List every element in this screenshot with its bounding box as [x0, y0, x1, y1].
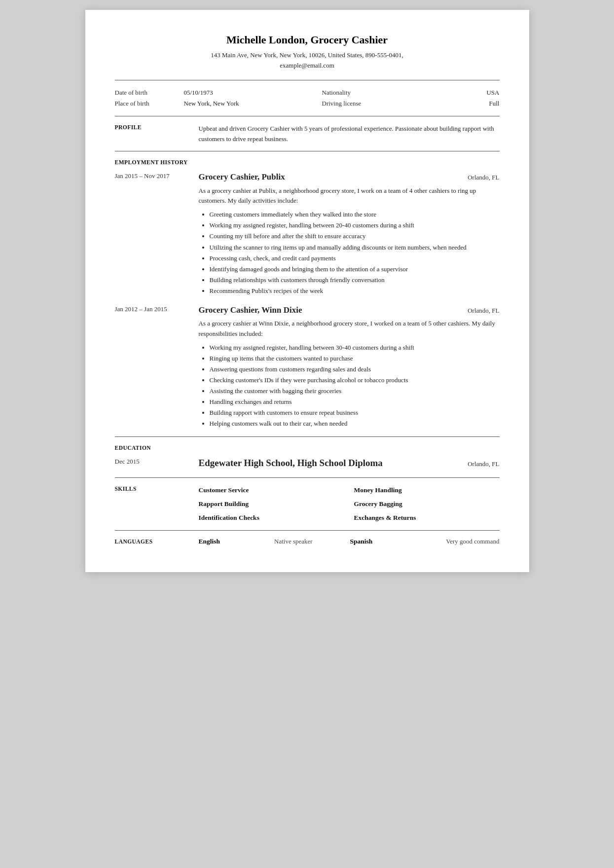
- bullet-item: Utilizing the scanner to ring items up a…: [210, 242, 500, 253]
- job-2-bullets: Working my assigned register, handling b…: [210, 342, 500, 430]
- driving-value: Full: [489, 100, 500, 108]
- bullet-item: Greeting customers immediately when they…: [210, 209, 500, 220]
- profile-text: Upbeat and driven Grocery Cashier with 5…: [199, 123, 500, 145]
- bullet-item: Ringing up items that the customers want…: [210, 353, 500, 364]
- job-1: Jan 2015 – Nov 2017 Grocery Cashier, Pub…: [115, 170, 500, 296]
- job-2-header: Grocery Cashier, Winn Dixie Orlando, FL: [199, 303, 500, 317]
- education-label: EDUCATION: [115, 444, 199, 451]
- bullet-item: Helping customers walk out to their car,…: [210, 418, 500, 429]
- skill-item: Rapport Building: [199, 499, 344, 509]
- skill-item: Identification Checks: [199, 512, 344, 523]
- education-divider: [115, 477, 500, 478]
- job-1-header: Grocery Cashier, Publix Orlando, FL: [199, 170, 500, 183]
- skill-item: Exchanges & Returns: [354, 512, 500, 523]
- lang-1-level: Native speaker: [274, 538, 348, 545]
- profile-divider: [115, 151, 500, 151]
- job-1-content: Grocery Cashier, Publix Orlando, FL As a…: [199, 170, 500, 296]
- job-1-title: Grocery Cashier, Publix: [199, 170, 285, 183]
- nationality-row: Nationality USA: [307, 87, 500, 98]
- skills-grid: Customer Service Money Handling Rapport …: [199, 485, 500, 523]
- nationality-value: USA: [486, 89, 499, 97]
- dob-label: Date of birth: [115, 89, 164, 97]
- resume-page: Michelle London, Grocery Cashier 143 Mai…: [85, 10, 529, 572]
- bullet-item: Answering questions from customers regar…: [210, 364, 500, 375]
- bullet-item: Handling exchanges and returns: [210, 397, 500, 407]
- dob-row: Date of birth 05/10/1973: [115, 87, 307, 98]
- education-header-row: EDUCATION: [115, 444, 500, 451]
- lang-1-name: English: [199, 538, 273, 545]
- lang-2-name: Spanish: [350, 538, 424, 545]
- education-title-row: Edgewater High School, High School Diplo…: [199, 456, 500, 470]
- education-title: Edgewater High School, High School Diplo…: [199, 456, 383, 470]
- languages-grid: English Native speaker Spanish Very good…: [199, 538, 500, 545]
- job-2: Jan 2012 – Jan 2015 Grocery Cashier, Win…: [115, 303, 500, 430]
- lang-2-level: Very good command: [426, 538, 500, 545]
- job-2-location: Orlando, FL: [468, 306, 499, 316]
- employment-label: EMPLOYMENT HISTORY: [115, 158, 199, 165]
- personal-info: Date of birth 05/10/1973 Nationality USA…: [115, 87, 500, 109]
- bullet-item: Checking customer's IDs if they were pur…: [210, 375, 500, 386]
- education-location: Orlando, FL: [468, 459, 499, 470]
- bullet-item: Assisting the customer with bagging thei…: [210, 386, 500, 397]
- languages-label: LANGUAGES: [115, 538, 199, 545]
- education-date: Dec 2015: [115, 456, 199, 470]
- employment-header-row: EMPLOYMENT HISTORY: [115, 158, 500, 165]
- resume-header: Michelle London, Grocery Cashier 143 Mai…: [115, 34, 500, 71]
- education-section: EDUCATION Dec 2015 Edgewater High School…: [115, 444, 500, 470]
- job-1-bullets: Greeting customers immediately when they…: [210, 209, 500, 296]
- dob-value: 05/10/1973: [184, 89, 213, 97]
- pob-label: Place of birth: [115, 100, 164, 108]
- bullet-item: Working my assigned register, handling b…: [210, 220, 500, 231]
- employment-section: EMPLOYMENT HISTORY Jan 2015 – Nov 2017 G…: [115, 158, 500, 429]
- bullet-item: Recommending Publix's recipes of the wee…: [210, 286, 500, 296]
- bullet-item: Working my assigned register, handling b…: [210, 342, 500, 353]
- bullet-item: Identifying damaged goods and bringing t…: [210, 264, 500, 275]
- education-entry: Dec 2015 Edgewater High School, High Sch…: [115, 456, 500, 470]
- profile-label: PROFILE: [115, 123, 199, 145]
- job-2-content: Grocery Cashier, Winn Dixie Orlando, FL …: [199, 303, 500, 430]
- education-content: Edgewater High School, High School Diplo…: [199, 456, 500, 470]
- skills-section: SKILLS Customer Service Money Handling R…: [115, 485, 500, 523]
- skill-item: Customer Service: [199, 485, 344, 496]
- pob-row: Place of birth New York, New York: [115, 98, 307, 109]
- bullet-item: Processing cash, check, and credit card …: [210, 253, 500, 264]
- bullet-item: Counting my till before and after the sh…: [210, 231, 500, 242]
- bullet-item: Building relationships with customers th…: [210, 275, 500, 286]
- employment-divider: [115, 436, 500, 437]
- job-2-description: As a grocery cashier at Winn Dixie, a ne…: [199, 319, 500, 339]
- driving-label: Driving license: [322, 100, 361, 108]
- personal-divider: [115, 116, 500, 116]
- job-1-location: Orlando, FL: [468, 173, 499, 183]
- applicant-name: Michelle London, Grocery Cashier: [115, 34, 500, 46]
- job-2-title: Grocery Cashier, Winn Dixie: [199, 303, 302, 317]
- header-divider: [115, 80, 500, 80]
- driving-row: Driving license Full: [307, 98, 500, 109]
- skill-item: Money Handling: [354, 485, 500, 496]
- skills-label: SKILLS: [115, 485, 199, 523]
- nationality-label: Nationality: [322, 89, 351, 97]
- applicant-address: 143 Main Ave, New York, New York, 10026,…: [115, 50, 500, 71]
- job-1-date: Jan 2015 – Nov 2017: [115, 170, 199, 296]
- skills-divider: [115, 530, 500, 531]
- job-1-description: As a grocery cashier at Publix, a neighb…: [199, 186, 500, 207]
- languages-section: LANGUAGES English Native speaker Spanish…: [115, 538, 500, 545]
- profile-section: PROFILE Upbeat and driven Grocery Cashie…: [115, 123, 500, 145]
- bullet-item: Building rapport with customers to ensur…: [210, 407, 500, 418]
- pob-value: New York, New York: [184, 100, 239, 108]
- job-2-date: Jan 2012 – Jan 2015: [115, 303, 199, 430]
- skill-item: Grocery Bagging: [354, 499, 500, 509]
